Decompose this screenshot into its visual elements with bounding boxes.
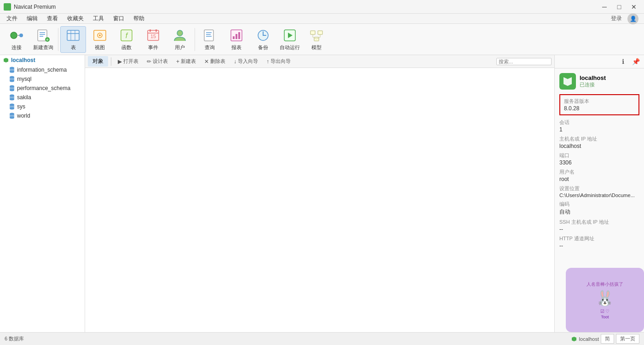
import-icon: ↓ bbox=[234, 58, 236, 65]
tool-view-label: 视图 bbox=[95, 44, 105, 51]
svg-rect-34 bbox=[310, 31, 315, 34]
titlebar-left: Navicat Premium bbox=[4, 3, 56, 11]
event-icon: 15 bbox=[146, 28, 161, 43]
tool-backup[interactable]: 备份 bbox=[250, 26, 276, 53]
model-icon bbox=[309, 28, 324, 43]
session-section: 会话 1 bbox=[559, 119, 639, 133]
toolbar: 连接 + 新建查询 表 视图 f 函数 15 事件 bbox=[0, 24, 644, 55]
menu-favorites[interactable]: 收藏夹 bbox=[63, 14, 88, 23]
statusbar-connection-name: localhost bbox=[579, 336, 599, 342]
user-section: 用户名 root bbox=[559, 169, 639, 182]
export-icon: ↑ bbox=[266, 58, 269, 65]
tool-table[interactable]: 表 bbox=[60, 26, 86, 53]
btn-new-table[interactable]: + 新建表 bbox=[172, 57, 200, 66]
tab-object[interactable]: 对象 bbox=[88, 56, 108, 67]
encoding-section: 编码 自动 bbox=[559, 201, 639, 216]
db-name: performance_schema bbox=[17, 85, 70, 91]
user-value: root bbox=[559, 176, 639, 182]
db-name: mysql bbox=[17, 76, 31, 82]
app-icon bbox=[4, 3, 11, 11]
main-content bbox=[85, 68, 554, 332]
tool-new-query[interactable]: + 新建查询 bbox=[30, 26, 56, 53]
svg-point-2 bbox=[19, 34, 23, 37]
content-area: localhost information_schema mysql perfo… bbox=[0, 55, 644, 332]
menu-edit[interactable]: 编辑 bbox=[22, 14, 42, 23]
db-item-sys[interactable]: sys bbox=[0, 102, 85, 111]
tool-function-label: 函数 bbox=[121, 44, 132, 51]
info-icon[interactable]: ℹ bbox=[618, 57, 627, 66]
right-panel: ℹ 📌 localhost 已连接 服务器版本 8.0.28 会话 1 bbox=[554, 55, 644, 332]
backup-icon bbox=[256, 28, 270, 43]
btn-export-wizard[interactable]: ↑ 导出向导 bbox=[263, 57, 294, 66]
object-search-input[interactable] bbox=[496, 58, 552, 65]
svg-rect-9 bbox=[67, 30, 79, 40]
svg-rect-24 bbox=[204, 30, 213, 41]
db-count: 6 数据库 bbox=[5, 335, 24, 342]
tool-event[interactable]: 15 事件 bbox=[140, 26, 166, 53]
statusbar-connection: localhost bbox=[571, 336, 599, 342]
port-value: 3306 bbox=[559, 159, 639, 166]
db-item-mysql[interactable]: mysql bbox=[0, 74, 85, 84]
navicat-logo bbox=[559, 73, 576, 90]
close-button[interactable]: ✕ bbox=[627, 2, 640, 12]
design-table-icon: ✏ bbox=[147, 58, 151, 65]
tool-query[interactable]: 查询 bbox=[197, 26, 223, 53]
ssh-value: -- bbox=[559, 226, 639, 232]
delete-table-icon: ✕ bbox=[204, 58, 209, 65]
tool-model[interactable]: 模型 bbox=[304, 26, 329, 53]
minimize-button[interactable]: ─ bbox=[598, 2, 611, 12]
encoding-label: 编码 bbox=[559, 201, 639, 208]
new-query-icon: + bbox=[36, 28, 51, 43]
btn-import-wizard[interactable]: ↓ 导入向导 bbox=[230, 57, 262, 66]
tool-user[interactable]: 用户 bbox=[167, 26, 193, 53]
panel-header: ℹ 📌 bbox=[555, 55, 644, 68]
port-label: 端口 bbox=[559, 152, 639, 159]
btn-design-table[interactable]: ✏ 设计表 bbox=[143, 57, 172, 66]
view-icon bbox=[92, 28, 107, 43]
db-name: world bbox=[17, 113, 30, 119]
table-icon bbox=[66, 28, 80, 43]
db-item-performance-schema[interactable]: performance_schema bbox=[0, 84, 85, 93]
server-version-box: 服务器版本 8.0.28 bbox=[559, 94, 639, 115]
db-item-sakila[interactable]: sakila bbox=[0, 93, 85, 102]
sidebar-connection-localhost[interactable]: localhost bbox=[0, 55, 85, 65]
tool-function[interactable]: f 函数 bbox=[114, 26, 139, 53]
svg-rect-19 bbox=[150, 29, 151, 32]
tool-connect[interactable]: 连接 bbox=[4, 26, 29, 53]
database-list: information_schema mysql performance_sch… bbox=[0, 65, 85, 120]
register-link[interactable]: 登录 bbox=[611, 15, 627, 23]
svg-point-15 bbox=[99, 34, 101, 36]
svg-point-0 bbox=[11, 32, 17, 39]
pin-icon[interactable]: 📌 bbox=[631, 57, 640, 66]
menu-tools[interactable]: 工具 bbox=[88, 14, 109, 23]
btn-delete-table[interactable]: ✕ 删除表 bbox=[201, 57, 229, 66]
server-version-label: 服务器版本 bbox=[564, 98, 635, 105]
svg-point-59 bbox=[10, 117, 14, 119]
db-item-information-schema[interactable]: information_schema bbox=[0, 65, 85, 74]
btn-open-table[interactable]: ▶ 打开表 bbox=[114, 57, 142, 66]
maximize-button[interactable]: □ bbox=[613, 2, 626, 12]
app-title: Navicat Premium bbox=[14, 4, 56, 10]
db-item-world[interactable]: world bbox=[0, 111, 85, 120]
svg-text:+: + bbox=[46, 37, 49, 42]
menu-help[interactable]: 帮助 bbox=[129, 14, 149, 23]
svg-rect-30 bbox=[236, 34, 237, 39]
svg-text:15: 15 bbox=[150, 34, 156, 39]
menu-file[interactable]: 文件 bbox=[2, 14, 22, 23]
open-table-icon: ▶ bbox=[118, 58, 122, 65]
tool-view[interactable]: 视图 bbox=[87, 26, 113, 53]
function-icon: f bbox=[119, 28, 134, 43]
host-value: localhost bbox=[559, 143, 639, 149]
tool-auto-run[interactable]: 自动运行 bbox=[277, 26, 303, 53]
menu-window[interactable]: 窗口 bbox=[109, 14, 129, 23]
tool-report[interactable]: 报表 bbox=[224, 26, 249, 53]
tool-report-label: 报表 bbox=[231, 44, 242, 51]
statusbar: 6 数据库 localhost 简 第一页 bbox=[0, 332, 644, 345]
status-encoding: 简 bbox=[601, 334, 614, 344]
conn-header: localhost 已连接 bbox=[559, 73, 639, 90]
titlebar: Navicat Premium ─ □ ✕ bbox=[0, 0, 644, 14]
svg-rect-31 bbox=[238, 32, 240, 39]
menu-view[interactable]: 查看 bbox=[42, 14, 63, 23]
db-name: sakila bbox=[17, 94, 31, 101]
toolbar-separator-1 bbox=[58, 28, 58, 51]
